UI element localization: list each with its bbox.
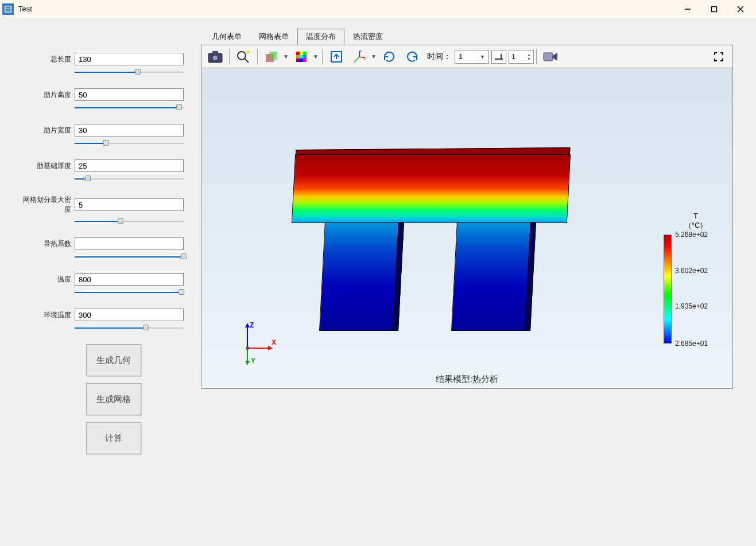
app-icon (2, 3, 14, 15)
svg-line-26 (355, 57, 359, 61)
colormap-dropdown-icon[interactable]: ▼ (313, 53, 320, 60)
slider-k[interactable] (75, 253, 184, 260)
legend-tick: 5.268e+02 (675, 231, 708, 239)
input-mesh-density[interactable] (75, 198, 184, 211)
svg-point-8 (212, 55, 218, 61)
time-select[interactable]: 1▼ (455, 50, 489, 64)
svg-rect-31 (501, 54, 502, 60)
input-env-temp[interactable] (75, 309, 184, 321)
svg-rect-20 (296, 58, 300, 62)
result-viewer: ▼ ▼ zxy ▼ 时间： 1▼ 1▲▼ (201, 45, 733, 389)
tab-heat-flux[interactable]: 热流密度 (344, 29, 391, 45)
result-tabs: 几何表单 网格表单 温度分布 热流密度 (203, 29, 733, 45)
slider-env-temp[interactable] (75, 325, 184, 332)
label-mesh-density: 网格划分最大密度 (17, 195, 75, 214)
slider-fin-width[interactable] (75, 140, 184, 147)
color-legend: 5.268e+02 3.602e+02 1.935e+02 2.685e+01 (664, 235, 721, 344)
axis-dropdown-icon[interactable]: ▼ (371, 53, 378, 60)
window-title: Test (18, 5, 674, 13)
svg-line-11 (245, 58, 249, 63)
time-label: 时间： (427, 52, 451, 62)
svg-text:z: z (360, 50, 362, 53)
tab-temperature[interactable]: 温度分布 (297, 29, 344, 45)
svg-text:X: X (272, 338, 276, 346)
label-total-length: 总长度 (17, 54, 75, 64)
slider-mesh-density[interactable] (75, 218, 184, 225)
svg-rect-32 (544, 53, 553, 61)
svg-rect-21 (300, 58, 303, 62)
transparency-icon[interactable] (261, 48, 282, 66)
input-k[interactable] (75, 237, 184, 250)
svg-text:Y: Y (251, 357, 255, 365)
label-env-temp: 环境温度 (17, 310, 75, 320)
slider-total-length[interactable] (75, 69, 184, 76)
svg-rect-13 (269, 52, 277, 60)
svg-rect-0 (5, 6, 11, 12)
rotate-cw-icon[interactable] (379, 48, 400, 66)
thermal-model (293, 154, 569, 332)
generate-mesh-button[interactable]: 生成网格 (86, 383, 141, 415)
minimize-button[interactable] (674, 1, 701, 18)
label-fin-height: 肋片高度 (17, 90, 75, 100)
render-canvas[interactable]: Z X Y T （°C） 5.268e+02 3.602e+02 1.93 (201, 68, 732, 388)
svg-rect-9 (212, 51, 218, 54)
generate-geometry-button[interactable]: 生成几何 (86, 344, 141, 376)
input-fin-width[interactable] (75, 124, 184, 136)
parameter-sidebar: 总长度 肋片高度 肋片宽度 肋基础厚度 网格划分最大密度 导热系数 温度 环境温… (0, 18, 201, 546)
svg-rect-4 (712, 6, 717, 11)
svg-text:Z: Z (250, 321, 254, 329)
legend-title: T （°C） (679, 212, 713, 231)
legend-tick: 1.935e+02 (675, 302, 708, 310)
close-button[interactable] (727, 1, 754, 18)
rotate-ccw-icon[interactable] (402, 48, 422, 66)
label-temp: 温度 (17, 275, 75, 284)
fullscreen-icon[interactable] (708, 48, 729, 66)
maximize-button[interactable] (701, 1, 727, 18)
svg-text:y: y (354, 60, 355, 63)
zoom-refresh-icon[interactable] (233, 48, 254, 66)
fit-view-icon[interactable] (326, 48, 347, 66)
tab-geometry[interactable]: 几何表单 (203, 29, 250, 45)
slider-base-thick[interactable] (75, 176, 184, 182)
axis-orientation-icon[interactable]: zxy (349, 48, 370, 66)
input-total-length[interactable] (75, 53, 184, 65)
input-fin-height[interactable] (75, 88, 184, 101)
titlebar: Test (0, 0, 756, 18)
step-next-icon[interactable] (491, 50, 506, 64)
label-base-thick: 肋基础厚度 (17, 161, 75, 171)
svg-point-42 (246, 346, 249, 350)
axis-triad-icon: Z X Y (236, 319, 282, 365)
transparency-dropdown-icon[interactable]: ▼ (283, 53, 290, 60)
step-spinner[interactable]: 1▲▼ (509, 50, 534, 64)
viewer-toolbar: ▼ ▼ zxy ▼ 时间： 1▼ 1▲▼ (201, 45, 732, 68)
viewer-caption: 结果模型:热分析 (201, 374, 732, 385)
svg-rect-14 (296, 52, 300, 55)
svg-marker-34 (245, 323, 250, 327)
svg-rect-15 (300, 52, 303, 55)
svg-text:x: x (364, 57, 366, 61)
svg-rect-17 (296, 55, 300, 58)
svg-rect-18 (300, 55, 303, 58)
svg-marker-40 (245, 361, 250, 365)
slider-fin-height[interactable] (75, 104, 184, 111)
svg-rect-19 (303, 55, 307, 58)
label-k: 导热系数 (17, 239, 75, 249)
slider-temp[interactable] (75, 289, 184, 296)
camera-video-icon[interactable] (540, 48, 561, 66)
legend-tick: 3.602e+02 (675, 267, 708, 275)
svg-marker-37 (268, 346, 273, 350)
legend-tick: 2.685e+01 (675, 340, 708, 348)
calculate-button[interactable]: 计算 (86, 422, 141, 454)
svg-point-10 (238, 52, 246, 60)
colormap-cube-icon[interactable] (291, 48, 312, 66)
svg-rect-22 (303, 58, 307, 62)
label-fin-width: 肋片宽度 (17, 126, 75, 135)
input-base-thick[interactable] (75, 159, 184, 172)
svg-rect-16 (303, 52, 307, 55)
snapshot-icon[interactable] (205, 48, 226, 66)
tab-mesh[interactable]: 网格表单 (250, 29, 297, 45)
input-temp[interactable] (75, 273, 184, 286)
